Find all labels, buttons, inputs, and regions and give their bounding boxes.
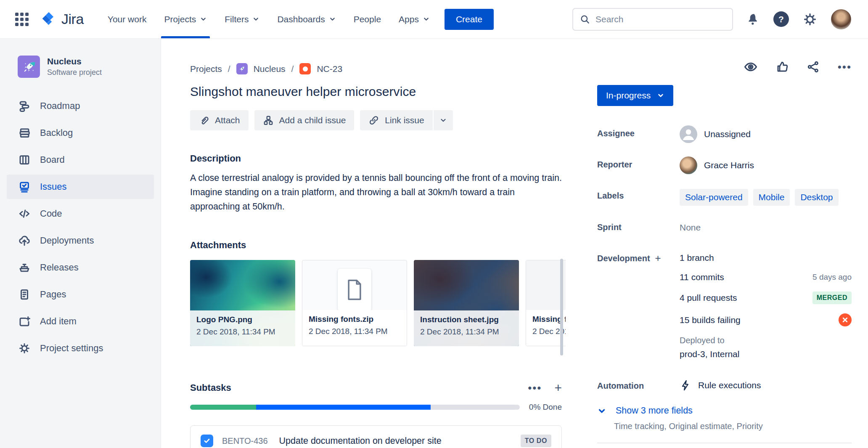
- share-icon[interactable]: [807, 60, 820, 74]
- attachment-card[interactable]: Missing fonts.zip 2 Dec 2018, 11:34 PM: [526, 260, 566, 346]
- releases-icon: [18, 261, 31, 274]
- sidebar-item-add-item[interactable]: Add item: [7, 309, 154, 334]
- nav-filters[interactable]: Filters: [216, 0, 268, 38]
- sidebar-item-releases[interactable]: Releases: [7, 255, 154, 280]
- pull-requests-link[interactable]: 4 pull requests: [680, 293, 737, 303]
- subtask-status-badge[interactable]: TO DO: [521, 435, 551, 447]
- subtask-title[interactable]: Update documentation on developer site: [279, 436, 512, 446]
- project-type: Software project: [47, 68, 102, 77]
- attachment-card[interactable]: Instruction sheet.jpg 2 Dec 2018, 11:34 …: [414, 260, 519, 346]
- file-icon: [338, 269, 371, 311]
- subtasks-add-icon[interactable]: +: [554, 384, 562, 392]
- label-chip[interactable]: Desktop: [795, 189, 838, 206]
- rule-executions-link[interactable]: Rule executions: [680, 378, 852, 391]
- create-button[interactable]: Create: [445, 9, 494, 30]
- paperclip-icon: [198, 115, 209, 126]
- sidebar-item-project-settings[interactable]: Project settings: [7, 336, 154, 361]
- jira-logo-icon: [40, 11, 57, 28]
- nav-apps[interactable]: Apps: [390, 0, 439, 38]
- more-actions-icon[interactable]: •••: [838, 65, 852, 69]
- sidebar-item-backlog[interactable]: Backlog: [7, 121, 154, 145]
- sidebar-item-roadmap[interactable]: Roadmap: [7, 94, 154, 118]
- breadcrumb: Projects / Nucleus / NC-23: [190, 63, 597, 74]
- branches-link[interactable]: 1 branch: [680, 253, 714, 263]
- assignee-value[interactable]: Unassigned: [680, 125, 852, 143]
- nav-your-work[interactable]: Your work: [99, 0, 156, 38]
- subtasks-progress-bar: [190, 405, 520, 410]
- lightning-icon: [680, 379, 691, 391]
- chevron-down-icon: [597, 406, 606, 416]
- attachment-card[interactable]: Logo PNG.png 2 Dec 2018, 11:34 PM: [190, 260, 295, 346]
- subtask-key[interactable]: BENTO-436: [222, 436, 268, 446]
- attachments-heading: Attachments: [190, 240, 597, 251]
- settings-gear-icon[interactable]: [803, 12, 817, 27]
- nav-dashboards[interactable]: Dashboards: [268, 0, 344, 38]
- app-switcher-icon[interactable]: [15, 13, 29, 26]
- label-chip[interactable]: Mobile: [753, 189, 790, 206]
- topbar-icons: ?: [746, 9, 851, 29]
- attachment-name: Instruction sheet.jpg: [420, 315, 513, 324]
- reporter-value[interactable]: Grace Harris: [680, 156, 852, 174]
- user-avatar[interactable]: [831, 9, 851, 29]
- link-icon: [368, 115, 379, 126]
- builds-failing-link[interactable]: 15 builds failing: [680, 315, 741, 325]
- attachment-card[interactable]: Missing fonts.zip 2 Dec 2018, 11:34 PM: [302, 260, 407, 346]
- backlog-icon: [18, 126, 31, 140]
- subtask-row[interactable]: BENTO-436 Update documentation on develo…: [190, 425, 562, 448]
- search-input[interactable]: Search: [572, 8, 733, 31]
- notifications-bell-icon[interactable]: [746, 13, 760, 26]
- issue-toolbar: Attach Add a child issue Link issue: [190, 110, 597, 130]
- label-chip[interactable]: Solar-powered: [680, 189, 748, 206]
- merged-badge: MERGED: [812, 292, 852, 304]
- project-settings-gear-icon: [18, 342, 31, 355]
- sidebar-item-code[interactable]: Code: [7, 201, 154, 226]
- attach-button[interactable]: Attach: [190, 110, 249, 130]
- nav-projects[interactable]: Projects: [155, 0, 216, 38]
- sidebar-item-issues[interactable]: Issues: [7, 175, 154, 199]
- jira-logo[interactable]: Jira: [40, 11, 84, 28]
- subtask-type-checkbox-icon[interactable]: [201, 435, 213, 447]
- development-label: Development +: [597, 250, 680, 359]
- description-text[interactable]: A close terrestrial analogy is provided …: [190, 171, 562, 214]
- board-icon: [18, 153, 31, 167]
- sidebar-item-pages[interactable]: Pages: [7, 282, 154, 307]
- subtasks-more-icon[interactable]: •••: [528, 386, 542, 390]
- sprint-label: Sprint: [597, 219, 680, 237]
- breadcrumb-projects[interactable]: Projects: [190, 64, 222, 74]
- project-name: Nucleus: [47, 56, 102, 66]
- content-scrollbar[interactable]: [560, 259, 563, 355]
- commits-link[interactable]: 11 commits: [680, 272, 724, 282]
- issue-title[interactable]: Slingshot maneuver helper microservice: [190, 85, 597, 99]
- link-issue-more-button[interactable]: [433, 110, 453, 130]
- link-issue-button[interactable]: Link issue: [360, 110, 432, 130]
- hidden-fields-summary: Time tracking, Original estimate, Priori…: [614, 421, 852, 431]
- deployed-to-value[interactable]: prod-3, Internal: [680, 349, 852, 359]
- progress-done-label: 0% Done: [529, 403, 562, 412]
- development-add-icon[interactable]: +: [655, 254, 661, 263]
- sidebar-item-board[interactable]: Board: [7, 148, 154, 172]
- add-child-issue-button[interactable]: Add a child issue: [254, 110, 355, 130]
- subtasks-heading: Subtasks: [190, 382, 231, 393]
- reporter-avatar: [680, 156, 697, 174]
- breadcrumb-issue-key[interactable]: NC-23: [317, 64, 342, 74]
- chevron-down-icon: [439, 117, 447, 124]
- description-heading: Description: [190, 153, 597, 164]
- help-icon[interactable]: ?: [773, 11, 789, 27]
- roadmap-icon: [18, 99, 31, 113]
- like-thumbs-up-icon[interactable]: [775, 60, 789, 74]
- reporter-label: Reporter: [597, 156, 680, 174]
- progress-segment-done: [190, 405, 256, 410]
- deployed-to-label: Deployed to: [680, 336, 852, 345]
- breadcrumb-project-name[interactable]: Nucleus: [254, 64, 286, 74]
- sprint-value[interactable]: None: [680, 219, 852, 233]
- labels-value: Solar-powered Mobile Desktop: [680, 188, 852, 206]
- sidebar-item-deployments[interactable]: Deployments: [7, 228, 154, 253]
- attachment-name: Missing fonts.zip: [309, 315, 400, 324]
- chevron-down-icon: [252, 16, 259, 23]
- watch-eye-icon[interactable]: [744, 60, 758, 74]
- sidebar-nav: Roadmap Backlog Board Issues Code Deploy…: [0, 94, 161, 361]
- attachment-date: 2 Dec 2018, 11:34 PM: [309, 327, 400, 336]
- nav-people[interactable]: People: [345, 0, 390, 38]
- show-more-fields-link[interactable]: Show 3 more fields: [597, 406, 852, 416]
- status-dropdown[interactable]: In-progress: [597, 85, 673, 106]
